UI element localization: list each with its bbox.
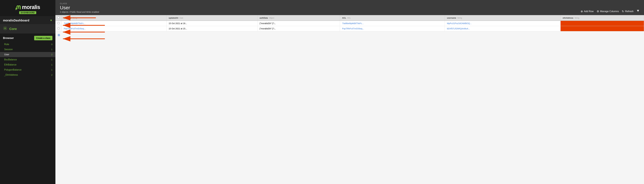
add-row-button[interactable]: ⊕ Add Row (581, 10, 594, 13)
row2-updatedat: 15 Oct 2021 at 15... (166, 26, 257, 31)
logo-wordmark: moralis (22, 4, 40, 10)
row2-checkbox[interactable] (58, 28, 60, 29)
refresh-button[interactable]: ↻ Refresh (622, 10, 634, 13)
class-meta: 2 objects • Public Read and Write enable… (60, 11, 99, 15)
table-header-row: objectId String updatedAt Date authData … (56, 15, 644, 21)
row1-objectid[interactable]: 7IaMbeMpkkBtT9sFc... (62, 21, 166, 26)
row2-username[interactable]: bDXf57LfGhRQ4xWu4... (445, 26, 560, 31)
browser-header: Browser Create a class (0, 34, 56, 42)
row2-objectid[interactable]: PqsTRhFcIiTmSVbsq... (62, 26, 166, 31)
core-label: Core (9, 27, 17, 31)
core-icon (3, 26, 7, 32)
class-count-role: 0 (51, 43, 52, 46)
create-class-button[interactable]: Create a class (34, 36, 52, 40)
chevron-down-icon: ▼ (50, 19, 52, 22)
sidebar-item-bscbalance[interactable]: BscBalance 1 (0, 57, 56, 62)
main-content: CLASS User 2 objects • Public Read and W… (56, 0, 644, 184)
row1-select[interactable] (56, 21, 62, 26)
logo-area: ᘻ moralis DASHBOARD (0, 0, 56, 17)
row1-username[interactable]: MpPu31PozSrEAWBOQ... (445, 21, 560, 26)
row1-authdata: {"moralisEth":{"i... (257, 21, 340, 26)
class-name-ethbalance: EthBalance (4, 64, 16, 66)
row2-authdata: {"moralisEth":{"i... (257, 26, 340, 31)
class-list: Role 0 Session 1 User 2 BscBalance 1 Eth… (0, 42, 56, 78)
table-row: PqsTRhFcIiTmSVbsq... 15 Oct 2021 at 15..… (56, 26, 644, 31)
select-all-checkbox[interactable] (58, 17, 60, 18)
data-table: objectId String updatedAt Date authData … (56, 15, 644, 31)
select-all-header[interactable] (56, 15, 62, 21)
col-header-updatedat[interactable]: updatedAt Date (166, 15, 257, 21)
manage-columns-button[interactable]: ⚙ Manage Columns (597, 10, 619, 13)
class-count-bscbalance: 1 (51, 58, 52, 61)
class-title: User (60, 5, 99, 10)
refresh-label: Refresh (625, 10, 634, 13)
main-header: CLASS User 2 objects • Public Read and W… (56, 0, 644, 15)
table-row: 7IaMbeMpkkBtT9sFc... 15 Oct 2021 at 16..… (56, 21, 644, 26)
app-name-row[interactable]: moralisDashboard ▼ (0, 17, 56, 24)
class-count-session: 1 (51, 48, 52, 51)
dashboard-badge: DASHBOARD (19, 11, 36, 14)
refresh-icon: ↻ (622, 10, 624, 13)
class-label: CLASS (60, 2, 99, 5)
gear-icon: ⚙ (597, 10, 599, 13)
row2-ethaddress (560, 26, 644, 31)
sidebar-item-session[interactable]: Session 1 (0, 47, 56, 52)
col-header-authdata[interactable]: authData Object (257, 15, 340, 21)
class-name-bscbalance: BscBalance (4, 58, 17, 61)
table-area[interactable]: objectId String updatedAt Date authData … (56, 15, 644, 184)
col-header-ethaddress[interactable]: ethAddress String (560, 15, 644, 21)
add-row-icon[interactable]: ⊕ (56, 31, 62, 39)
row1-updatedat: 15 Oct 2021 at 16... (166, 21, 257, 26)
row1-acl[interactable]: 7IaMbeMpkkBtT9sFc... (340, 21, 445, 26)
plus-icon: ⊕ (581, 10, 583, 13)
row2-acl[interactable]: PqsTRhFcIiTmSVbsq... (340, 26, 445, 31)
moralis-m-icon: ᘻ (15, 3, 21, 11)
row1-checkbox[interactable] (58, 22, 60, 24)
sidebar-item-ethbalance[interactable]: EthBalance 1 (0, 62, 56, 67)
row2-select[interactable] (56, 26, 62, 31)
browser-label: Browser (3, 36, 14, 40)
filter-icon[interactable] (636, 10, 640, 13)
class-count-polygonbalance: 1 (51, 69, 52, 71)
core-section[interactable]: Core (0, 24, 56, 34)
sidebar: ᘻ moralis DASHBOARD moralisDashboard ▼ C… (0, 0, 56, 184)
class-name-role: Role (4, 43, 9, 46)
sidebar-item-polygonbalance[interactable]: PolygonBalance 1 (0, 67, 56, 72)
class-name-user: User (4, 53, 9, 56)
svg-point-0 (5, 28, 6, 29)
col-header-username[interactable]: username String (445, 15, 560, 21)
class-name-polygonbalance: PolygonBalance (4, 68, 22, 71)
sidebar-item-ethaddress[interactable]: _EthAddress 2 (0, 72, 56, 78)
class-name-ethaddress: _EthAddress (4, 74, 18, 76)
class-count-ethbalance: 1 (51, 64, 52, 66)
sidebar-item-role[interactable]: Role 0 (0, 42, 56, 47)
add-row-label: Add Row (584, 10, 594, 13)
class-count-ethaddress: 2 (51, 74, 52, 76)
col-header-acl[interactable]: ACL ACL (340, 15, 445, 21)
sidebar-item-user[interactable]: User 2 (0, 52, 56, 57)
row1-ethaddress (560, 21, 644, 26)
col-header-objectid[interactable]: objectId String (62, 15, 166, 21)
class-count-user: 2 (51, 53, 52, 56)
toolbar: ⊕ Add Row ⚙ Manage Columns ↻ Refresh (581, 10, 640, 15)
logo: ᘻ moralis (15, 3, 40, 11)
app-name: moralisDashboard (3, 19, 48, 22)
class-name-session: Session (4, 48, 13, 51)
manage-columns-label: Manage Columns (600, 10, 619, 13)
